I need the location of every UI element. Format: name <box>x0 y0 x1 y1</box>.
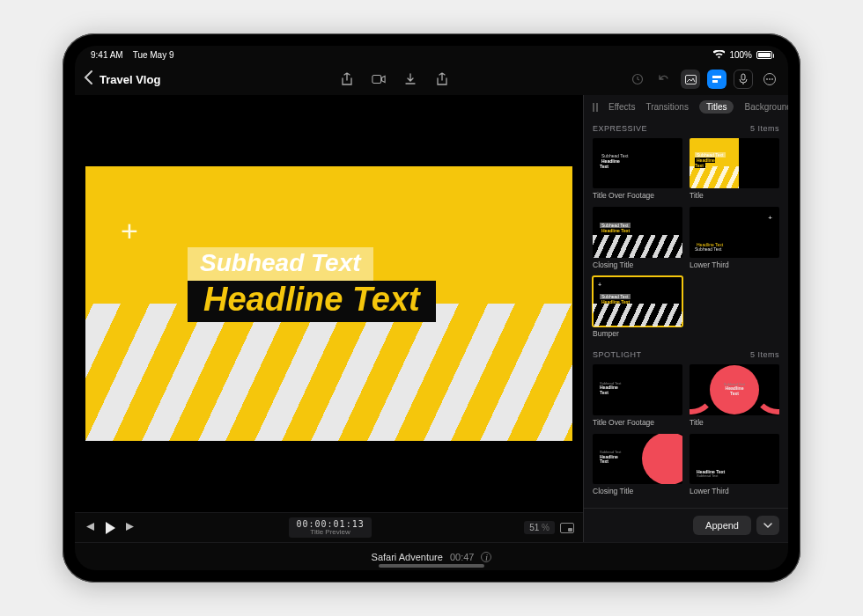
back-button[interactable] <box>84 70 92 88</box>
viewer-column: + Subhead Text Headline Text <box>75 95 584 542</box>
thumb-label: Closing Title <box>593 487 682 495</box>
clip-duration: 00:47 <box>450 552 475 562</box>
thumb-label: Title Over Footage <box>593 191 682 200</box>
export-icon[interactable] <box>435 72 449 86</box>
titles-browser-button[interactable] <box>707 70 727 89</box>
thumb-label: Title Over Footage <box>593 418 682 427</box>
thumb-label: Lower Third <box>690 487 779 495</box>
voiceover-button[interactable] <box>734 70 753 89</box>
sidebar-toggle-icon[interactable] <box>593 103 598 112</box>
more-button[interactable] <box>760 70 779 89</box>
next-frame-button[interactable] <box>125 522 136 533</box>
viewer-stage[interactable]: + Subhead Text Headline Text <box>75 95 583 512</box>
clip-name: Safari Adventure <box>372 552 443 562</box>
title-thumb[interactable]: Subhead TextHeadlineText Closing Title <box>593 434 682 495</box>
battery-icon <box>756 51 772 59</box>
svg-point-9 <box>771 78 773 80</box>
grid-expressive: Subhead TextHeadlineText Title Over Foot… <box>584 135 788 345</box>
svg-point-8 <box>769 78 771 80</box>
append-button[interactable]: Append <box>693 516 751 535</box>
title-thumb[interactable]: Subhead TextHeadlineText Title Over Foot… <box>593 364 682 426</box>
status-bar: 9:41 AM Tue May 9 100% <box>75 46 788 63</box>
status-time-date: 9:41 AM Tue May 9 <box>91 50 174 60</box>
battery-pct: 100% <box>729 50 752 60</box>
share-icon[interactable] <box>340 72 354 86</box>
svg-rect-5 <box>741 74 745 80</box>
wifi-icon <box>713 50 725 59</box>
main-content: + Subhead Text Headline Text <box>75 95 788 542</box>
thumb-label: Lower Third <box>690 260 779 269</box>
home-indicator[interactable] <box>379 564 484 568</box>
import-icon[interactable] <box>403 72 417 86</box>
tab-backgrounds[interactable]: Backgrounds <box>744 102 788 112</box>
title-thumb[interactable]: Subhead TextHeadlineText Title Over Foot… <box>593 138 682 200</box>
ipad-frame: 9:41 AM Tue May 9 100% Travel Vlog <box>63 33 800 583</box>
thumb-label: Title <box>690 418 779 427</box>
title-thumb[interactable]: Subhead TextHeadlineText Title <box>690 364 779 426</box>
play-button[interactable] <box>104 521 116 535</box>
zoom-value[interactable]: 51 % <box>524 521 555 534</box>
info-icon[interactable]: i <box>481 552 491 562</box>
timecode-value: 00:00:01:13 <box>296 519 364 529</box>
timecode-label: Title Preview <box>296 529 364 537</box>
svg-point-7 <box>766 78 768 80</box>
svg-rect-4 <box>712 80 718 83</box>
camera-icon[interactable] <box>372 72 386 86</box>
thumb-label: Title <box>690 191 779 200</box>
project-title: Travel Vlog <box>100 73 160 86</box>
append-menu-button[interactable] <box>756 516 779 535</box>
browser-panel: Effects Transitions Titles Backgrounds E… <box>584 95 788 542</box>
app-navbar: Travel Vlog <box>75 63 788 95</box>
svg-rect-0 <box>372 76 381 84</box>
thumb-label: Bumper <box>593 329 682 338</box>
title-thumb[interactable]: Subhead TextHeadline Text Closing Title <box>593 207 682 268</box>
section-header-expressive: EXPRESSIVE 5 Items <box>584 119 788 135</box>
browser-footer: Append <box>584 508 788 542</box>
tab-transitions[interactable]: Transitions <box>645 102 689 112</box>
status-date: Tue May 9 <box>133 50 174 60</box>
nav-history-icon[interactable] <box>628 70 647 89</box>
status-time: 9:41 AM <box>91 50 123 60</box>
section-name: EXPRESSIVE <box>593 124 647 133</box>
tab-effects[interactable]: Effects <box>609 102 635 112</box>
browser-tablist: Effects Transitions Titles Backgrounds <box>584 95 788 119</box>
thumb-label: Closing Title <box>593 260 682 269</box>
preview-subhead-text[interactable]: Subhead Text <box>188 247 373 281</box>
title-thumb[interactable]: Headline TextSubhead Text+ Lower Third <box>690 207 779 268</box>
pip-icon[interactable] <box>560 523 574 533</box>
timecode-display[interactable]: 00:00:01:13 Title Preview <box>289 517 371 539</box>
preview-headline-text[interactable]: Headline Text <box>188 281 436 322</box>
timeline-header: Safari Adventure 00:47 i <box>75 542 788 570</box>
section-header-spotlight: SPOTLIGHT 5 Items <box>584 345 788 361</box>
title-thumb[interactable]: Subhead TextHeadlineText Title <box>690 138 779 200</box>
svg-rect-3 <box>712 76 721 78</box>
title-preview-card: + Subhead Text Headline Text <box>85 166 572 440</box>
preview-stripes-graphic <box>85 304 572 441</box>
prev-frame-button[interactable] <box>84 522 95 533</box>
tab-titles[interactable]: Titles <box>699 100 734 114</box>
section-count: 5 Items <box>750 350 779 359</box>
grid-spotlight: Subhead TextHeadlineText Title Over Foot… <box>584 361 788 502</box>
app-screen: 9:41 AM Tue May 9 100% Travel Vlog <box>75 46 788 570</box>
section-name: SPOTLIGHT <box>593 350 642 359</box>
media-browser-button[interactable] <box>681 70 700 89</box>
transport-bar: 00:00:01:13 Title Preview 51 % <box>75 512 583 542</box>
title-thumb[interactable]: Headline TextSubhead Text Lower Third <box>690 434 779 495</box>
title-thumb-selected[interactable]: +Subhead TextHeadline Text Bumper <box>593 276 682 338</box>
svg-rect-2 <box>685 75 696 84</box>
nav-undo-icon[interactable] <box>654 70 674 89</box>
section-count: 5 Items <box>750 124 779 133</box>
plus-icon: + <box>121 214 138 248</box>
